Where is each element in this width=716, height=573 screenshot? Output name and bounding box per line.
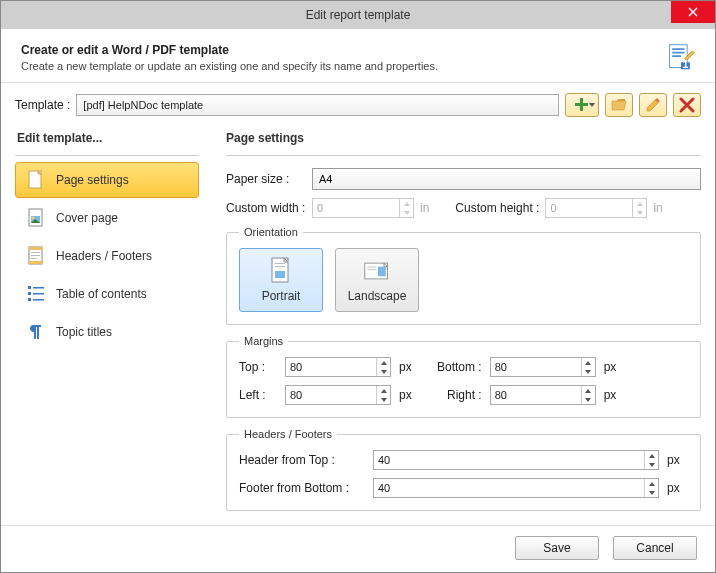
landscape-icon	[363, 257, 391, 285]
sidebar-item-page-settings[interactable]: Page settings	[15, 162, 199, 198]
cover-page-icon	[26, 208, 46, 228]
template-label: Template :	[15, 98, 70, 112]
main-area: Edit template... Page settings Cover pag…	[1, 127, 715, 525]
spin-up-icon[interactable]	[582, 386, 595, 395]
svg-point-11	[32, 217, 35, 220]
margin-left-input[interactable]	[285, 385, 391, 405]
unit-px: px	[399, 360, 412, 374]
spin-up-icon[interactable]	[582, 358, 595, 367]
spin-up-icon[interactable]	[377, 358, 390, 367]
sidebar-item-cover-page[interactable]: Cover page	[15, 200, 199, 236]
svg-rect-29	[367, 267, 376, 268]
spin-down-icon[interactable]	[645, 488, 658, 497]
paper-size-select[interactable]: A4	[312, 168, 701, 190]
margin-top-label: Top :	[239, 360, 277, 374]
delete-template-button[interactable]	[673, 93, 701, 117]
header-subtitle: Create a new template or update an exist…	[21, 60, 438, 72]
spin-down-icon[interactable]	[582, 395, 595, 404]
sidebar-item-label: Headers / Footers	[56, 249, 152, 263]
svg-rect-21	[33, 287, 44, 289]
svg-rect-14	[29, 261, 42, 264]
footer-from-bottom-input[interactable]	[373, 478, 659, 498]
svg-rect-16	[31, 255, 40, 256]
custom-height-input	[545, 198, 647, 218]
sidebar-item-label: Page settings	[56, 173, 129, 187]
spin-up-icon[interactable]	[645, 479, 658, 488]
pencil-icon	[645, 97, 661, 113]
margin-bottom-input[interactable]	[490, 357, 596, 377]
svg-rect-1	[672, 48, 684, 50]
page-icon	[26, 170, 46, 190]
portrait-button[interactable]: Portrait	[239, 248, 323, 312]
header-section: Create or edit a Word / PDF template Cre…	[1, 29, 715, 83]
toc-icon	[26, 284, 46, 304]
sidebar-item-toc[interactable]: Table of contents	[15, 276, 199, 312]
svg-text:1: 1	[682, 58, 688, 70]
spin-down-icon[interactable]	[377, 367, 390, 376]
svg-rect-18	[28, 286, 31, 289]
svg-rect-26	[275, 266, 285, 267]
sidebar-item-label: Table of contents	[56, 287, 147, 301]
open-template-button[interactable]	[605, 93, 633, 117]
svg-rect-27	[275, 271, 285, 278]
sidebar-item-label: Cover page	[56, 211, 118, 225]
content-panel: Page settings Paper size : A4 Custom wid…	[210, 127, 701, 515]
window-title: Edit report template	[306, 8, 411, 22]
margin-right-label: Right :	[426, 388, 482, 402]
sidebar-title: Edit template...	[15, 127, 199, 156]
margin-left-label: Left :	[239, 388, 277, 402]
svg-rect-19	[28, 292, 31, 295]
spin-up-icon[interactable]	[645, 451, 658, 460]
spin-down-icon	[633, 208, 646, 217]
svg-rect-13	[29, 247, 42, 250]
svg-rect-22	[33, 293, 44, 295]
template-row: Template : [pdf] HelpNDoc template	[1, 83, 715, 127]
portrait-label: Portrait	[262, 289, 301, 303]
custom-height-label: Custom height :	[455, 201, 539, 215]
close-icon	[688, 7, 698, 17]
unit-px: px	[604, 388, 617, 402]
pilcrow-icon	[26, 322, 46, 342]
dialog-footer: Save Cancel	[1, 525, 715, 570]
svg-rect-30	[367, 269, 376, 270]
spin-down-icon[interactable]	[377, 395, 390, 404]
unit-in: in	[420, 201, 429, 215]
hf-legend: Headers / Footers	[239, 428, 337, 440]
unit-px: px	[399, 388, 412, 402]
orientation-legend: Orientation	[239, 226, 303, 238]
custom-width-label: Custom width :	[226, 201, 306, 215]
content-title: Page settings	[226, 127, 701, 156]
cancel-button[interactable]: Cancel	[613, 536, 697, 560]
custom-width-input	[312, 198, 414, 218]
margins-fieldset: Margins Top : px Bottom : px Left : px R…	[226, 335, 701, 418]
margins-legend: Margins	[239, 335, 288, 347]
template-wizard-icon: 1	[667, 43, 695, 71]
plus-icon	[574, 97, 590, 113]
margin-right-input[interactable]	[490, 385, 596, 405]
spin-up-icon[interactable]	[377, 386, 390, 395]
landscape-label: Landscape	[348, 289, 407, 303]
landscape-button[interactable]: Landscape	[335, 248, 419, 312]
spin-down-icon[interactable]	[645, 460, 658, 469]
sidebar-item-label: Topic titles	[56, 325, 112, 339]
svg-rect-25	[275, 263, 285, 264]
footer-from-bottom-label: Footer from Bottom :	[239, 481, 365, 495]
header-title: Create or edit a Word / PDF template	[21, 43, 438, 57]
add-template-button[interactable]	[565, 93, 599, 117]
margin-top-input[interactable]	[285, 357, 391, 377]
close-button[interactable]	[671, 1, 715, 23]
spin-down-icon[interactable]	[582, 367, 595, 376]
edit-template-button[interactable]	[639, 93, 667, 117]
spin-up-icon	[400, 199, 413, 208]
svg-rect-2	[672, 52, 684, 54]
paper-size-label: Paper size :	[226, 172, 306, 186]
margin-bottom-label: Bottom :	[426, 360, 482, 374]
orientation-fieldset: Orientation Portrait Landscape	[226, 226, 701, 325]
header-from-top-input[interactable]	[373, 450, 659, 470]
sidebar-item-headers-footers[interactable]: Headers / Footers	[15, 238, 199, 274]
save-button[interactable]: Save	[515, 536, 599, 560]
sidebar-item-topic-titles[interactable]: Topic titles	[15, 314, 199, 350]
portrait-icon	[267, 257, 295, 285]
template-select[interactable]: [pdf] HelpNDoc template	[76, 94, 559, 116]
svg-rect-23	[33, 299, 44, 301]
